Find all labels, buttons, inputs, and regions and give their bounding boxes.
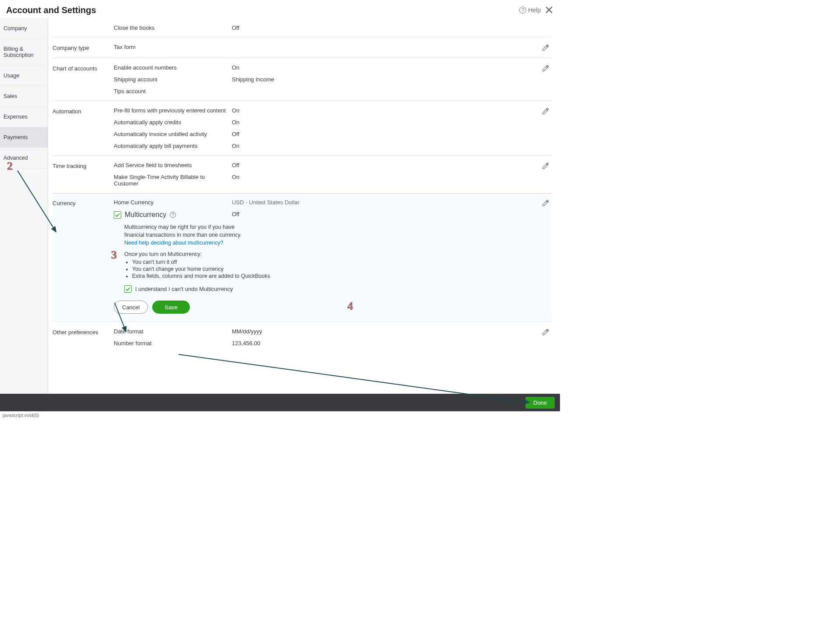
prefill-label: Pre-fill forms with previously entered c… <box>114 107 228 114</box>
service-field-value: Off <box>232 162 530 168</box>
pencil-icon[interactable] <box>542 162 550 170</box>
once-turn-on-label: Once you turn on Multicurrency: <box>124 251 202 257</box>
status-bar: javascript:void(0) <box>0 411 560 420</box>
multicurrency-label: Multicurrency <box>125 211 166 219</box>
info-icon[interactable]: ? <box>170 212 176 218</box>
date-format-value: MM/dd/yyyy <box>232 328 530 335</box>
invoice-unbilled-label: Automatically invoice unbilled activity <box>114 131 228 137</box>
help-label: Help <box>528 7 541 14</box>
currency-section: Currency Home Currency Multicurrency ? U… <box>52 193 552 322</box>
home-currency-value: USD - United States Dollar <box>232 199 530 206</box>
invoice-unbilled-value: Off <box>232 131 530 137</box>
service-field-label: Add Service field to timesheets <box>114 162 228 168</box>
multicurrency-desc: Multicurrency may be right for you if yo… <box>124 224 242 238</box>
date-format-label: Date format <box>114 328 228 335</box>
pencil-icon[interactable] <box>542 64 550 72</box>
singletime-value: On <box>232 174 530 180</box>
chart-accounts-title: Chart of accounts <box>52 64 109 72</box>
other-pref-title: Other preferences <box>52 328 109 336</box>
cancel-button[interactable]: Cancel <box>114 301 148 314</box>
annotation-4: 4 <box>347 300 353 313</box>
sidebar-item-billing[interactable]: Billing & Subscription <box>0 39 48 66</box>
sidebar-item-expenses[interactable]: Expenses <box>0 107 48 127</box>
apply-credits-value: On <box>232 119 530 126</box>
multicurrency-checkbox[interactable] <box>114 211 121 219</box>
save-button[interactable]: Save <box>152 301 190 314</box>
prefill-value: On <box>232 107 530 114</box>
apply-bill-value: On <box>232 143 530 149</box>
understand-label: I understand I can't undo Multicurrency <box>135 286 233 292</box>
singletime-label: Make Single-Time Activity Billable to Cu… <box>114 174 228 187</box>
sidebar-item-sales[interactable]: Sales <box>0 86 48 107</box>
apply-bill-label: Automatically apply bill payments <box>114 143 228 149</box>
help-link[interactable]: ? Help <box>519 7 541 14</box>
automation-title: Automation <box>52 107 109 115</box>
close-books-label: Close the books <box>114 24 228 31</box>
multicurrency-help-link[interactable]: Need help deciding about multicurrency? <box>124 240 224 246</box>
tax-form-label: Tax form <box>114 44 228 50</box>
time-tracking-title: Time tracking <box>52 162 109 169</box>
enable-account-numbers-value: On <box>232 64 530 71</box>
pencil-icon[interactable] <box>542 44 550 52</box>
sidebar-item-usage[interactable]: Usage <box>0 66 48 86</box>
currency-title: Currency <box>52 199 109 206</box>
sidebar: Company Billing & Subscription Usage Sal… <box>0 18 48 394</box>
sidebar-item-advanced[interactable]: Advanced <box>0 148 48 168</box>
done-button[interactable]: Done <box>525 397 555 409</box>
multicurrency-value: Off <box>232 211 530 217</box>
annotation-3: 3 <box>111 248 117 262</box>
footer-bar: Done <box>0 394 560 411</box>
help-icon: ? <box>519 7 526 14</box>
close-icon[interactable]: ✕ <box>544 4 554 16</box>
shipping-account-label: Shipping account <box>114 76 228 83</box>
number-format-label: Number format <box>114 340 228 346</box>
pencil-icon[interactable] <box>542 107 550 115</box>
pencil-icon[interactable] <box>542 199 550 207</box>
pencil-icon[interactable] <box>542 328 550 336</box>
main-content[interactable]: Close the books Off Company type Tax for… <box>48 18 560 394</box>
page-title: Account and Settings <box>6 5 96 15</box>
once-item-2: You can't change your home currency <box>132 266 530 272</box>
once-item-1: You can't turn it off <box>132 259 530 265</box>
sidebar-item-payments[interactable]: Payments <box>0 127 48 148</box>
tips-account-label: Tips account <box>114 88 228 94</box>
number-format-value: 123,456.00 <box>232 340 530 346</box>
sidebar-item-company[interactable]: Company <box>0 18 48 39</box>
close-books-value: Off <box>232 24 530 31</box>
company-type-title: Company type <box>52 44 109 51</box>
home-currency-label: Home Currency <box>114 199 228 206</box>
enable-account-numbers-label: Enable account numbers <box>114 64 228 71</box>
apply-credits-label: Automatically apply credits <box>114 119 228 126</box>
shipping-account-value: Shipping Income <box>232 76 530 83</box>
once-item-3: Extra fields, columns and more are added… <box>132 273 530 279</box>
understand-checkbox[interactable] <box>124 285 132 293</box>
